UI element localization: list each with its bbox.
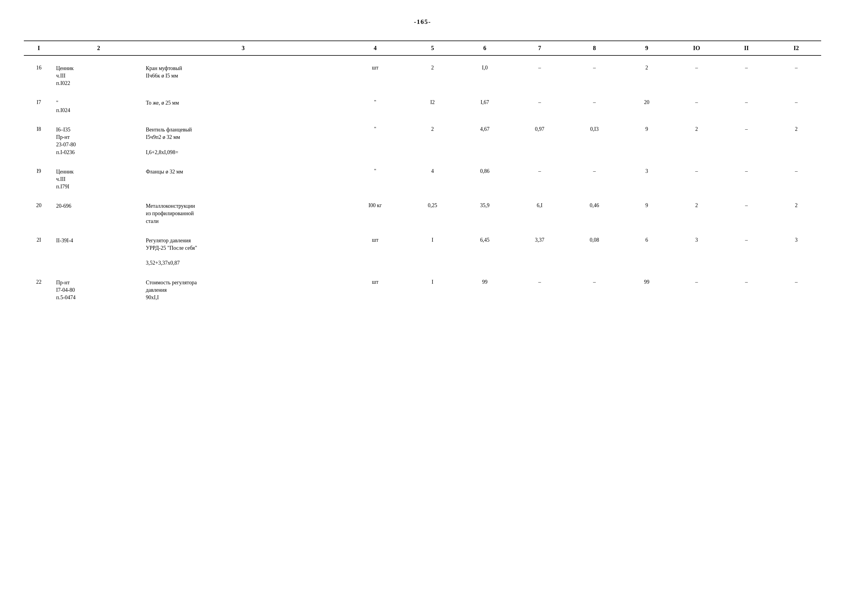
row-col7: 0,97 [512, 123, 567, 159]
row-source: II-39I-4 [54, 234, 143, 270]
header-col-2: 2 [54, 41, 143, 56]
header-col-8: 8 [567, 41, 622, 56]
row-col10: – [672, 165, 721, 194]
row-col12: – [772, 62, 821, 90]
row-col9: 9 [622, 123, 672, 159]
row-col11: – [722, 276, 772, 305]
row-description: Кран муфтовыйIIч66к ø I5 мм [143, 62, 343, 90]
row-col10: – [672, 276, 721, 305]
row-col9: 6 [622, 234, 672, 270]
row-col9: 3 [622, 165, 672, 194]
row-col11: – [722, 96, 772, 117]
row-id: 22 [24, 276, 54, 305]
header-col-4: 4 [343, 41, 408, 56]
row-col8: – [567, 96, 622, 117]
row-source: Ценникч.IIIп.I022 [54, 62, 143, 90]
row-col8: 0,08 [567, 234, 622, 270]
header-col-1: I [24, 41, 54, 56]
table-row: 16Ценникч.IIIп.I022Кран муфтовыйIIч66к ø… [24, 62, 821, 90]
row-description: Регулятор давленияУРРД-25 "После себя"3,… [143, 234, 343, 270]
row-col7: – [512, 62, 567, 90]
row-col7: – [512, 96, 567, 117]
row-col11: – [722, 123, 772, 159]
row-col12: 3 [772, 234, 821, 270]
row-id: I7 [24, 96, 54, 117]
row-source: Пр-нтI7-04-80п.5-0474 [54, 276, 143, 305]
row-id: I8 [24, 123, 54, 159]
row-col10: 3 [672, 234, 721, 270]
row-col11: – [722, 199, 772, 228]
row-source: 20-696 [54, 199, 143, 228]
header-col-10: IO [672, 41, 721, 56]
row-col8: – [567, 62, 622, 90]
row-col6: 0,86 [458, 165, 512, 194]
row-col6: 35,9 [458, 199, 512, 228]
row-description: Фланцы ø 32 мм [143, 165, 343, 194]
row-id: I9 [24, 165, 54, 194]
row-col4: шт [343, 62, 408, 90]
row-col5: 4 [408, 165, 457, 194]
row-col6: 99 [458, 276, 512, 305]
row-col8: – [567, 276, 622, 305]
row-col6: I,67 [458, 96, 512, 117]
row-description: Металлоконструкциииз профилированнойстал… [143, 199, 343, 228]
table-row: 22Пр-нтI7-04-80п.5-0474Стоимость регулят… [24, 276, 821, 305]
row-col8: 0,I3 [567, 123, 622, 159]
row-id: 16 [24, 62, 54, 90]
header-col-7: 7 [512, 41, 567, 56]
row-col6: I,0 [458, 62, 512, 90]
row-col4: " [343, 165, 408, 194]
row-col9: 2 [622, 62, 672, 90]
row-col11: – [722, 62, 772, 90]
table-row: 2020-696Металлоконструкциииз профилирова… [24, 199, 821, 228]
header-col-11: II [722, 41, 772, 56]
row-col5: 2 [408, 62, 457, 90]
row-description: Стоимость регуляторадавления90xI,I [143, 276, 343, 305]
row-col5: 0,25 [408, 199, 457, 228]
page-number: -165- [24, 18, 821, 26]
row-col8: – [567, 165, 622, 194]
row-source: I6–I35Пр-нт23-07-80п.I-0236 [54, 123, 143, 159]
row-col5: I2 [408, 96, 457, 117]
row-source: "п.I024 [54, 96, 143, 117]
row-col4: " [343, 96, 408, 117]
header-col-3: 3 [143, 41, 343, 56]
row-col10: – [672, 96, 721, 117]
table-row: I8I6–I35Пр-нт23-07-80п.I-0236Вентиль фла… [24, 123, 821, 159]
row-col10: 2 [672, 123, 721, 159]
row-id: 20 [24, 199, 54, 228]
row-col9: 20 [622, 96, 672, 117]
row-col6: 6,45 [458, 234, 512, 270]
table-header-row: I 2 3 4 5 6 7 8 9 IO II I2 [24, 41, 821, 56]
row-col11: – [722, 234, 772, 270]
row-col4: шт [343, 234, 408, 270]
row-col9: 9 [622, 199, 672, 228]
row-col4: шт [343, 276, 408, 305]
row-col7: 6,I [512, 199, 567, 228]
table-row: I7"п.I024То же, ø 25 мм"I2I,67––20––– [24, 96, 821, 117]
row-col7: – [512, 165, 567, 194]
row-col10: – [672, 62, 721, 90]
row-description: То же, ø 25 мм [143, 96, 343, 117]
row-id: 2I [24, 234, 54, 270]
table-row: I9Ценникч.IIIп.I79IФланцы ø 32 мм"40,86–… [24, 165, 821, 194]
header-col-5: 5 [408, 41, 457, 56]
header-col-9: 9 [622, 41, 672, 56]
row-col11: – [722, 165, 772, 194]
row-col9: 99 [622, 276, 672, 305]
row-col10: 2 [672, 199, 721, 228]
row-col12: – [772, 165, 821, 194]
row-col6: 4,67 [458, 123, 512, 159]
table-row: 2III-39I-4Регулятор давленияУРРД-25 "Пос… [24, 234, 821, 270]
row-col8: 0,46 [567, 199, 622, 228]
row-col5: 2 [408, 123, 457, 159]
row-col4: I00 кг [343, 199, 408, 228]
main-table: I 2 3 4 5 6 7 8 9 IO II I2 16Ценникч.III… [24, 41, 821, 304]
header-col-12: I2 [772, 41, 821, 56]
row-col4: " [343, 123, 408, 159]
row-col12: 2 [772, 123, 821, 159]
row-col12: – [772, 276, 821, 305]
row-col5: I [408, 276, 457, 305]
row-col12: – [772, 96, 821, 117]
row-col5: I [408, 234, 457, 270]
